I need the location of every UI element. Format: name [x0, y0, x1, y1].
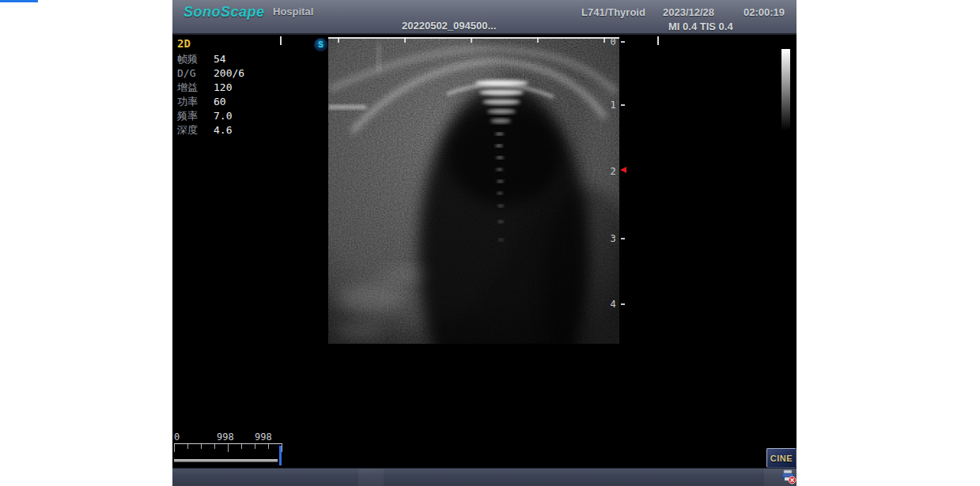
mode-label: 2D	[177, 37, 244, 50]
cine-scrollbar-thumb[interactable]	[174, 459, 278, 462]
depth-tick	[621, 303, 625, 305]
parameter-panel: 2D 帧频 54 D/G 200/6 增益 120 功率 60 频率 7.0	[177, 37, 244, 138]
param-label-gain: 增益	[177, 81, 214, 95]
screen: SonoScape Hospital L741/Thyroid 2023/12/…	[0, 0, 980, 486]
param-label-framerate: 帧频	[177, 52, 214, 66]
param-label-depth: 深度	[177, 123, 214, 138]
mi-tis-values: MI 0.4 TIS 0.4	[668, 21, 733, 32]
top-left-blue-strip	[0, 0, 38, 2]
ultrasound-image-render	[328, 37, 619, 344]
depth-tick	[621, 104, 625, 106]
param-value-gain: 120	[214, 81, 232, 95]
hospital-name: Hospital	[273, 6, 313, 17]
exam-id: 20220502_094500...	[402, 20, 496, 32]
ultrasound-image[interactable]	[328, 37, 619, 344]
param-value-frequency: 7.0	[214, 109, 232, 123]
grayscale-bar	[781, 49, 790, 130]
cine-button[interactable]: CINE	[766, 448, 796, 468]
param-row: 功率 60	[177, 95, 244, 109]
top-status-bar: SonoScape Hospital L741/Thyroid 2023/12/…	[172, 0, 796, 35]
param-label-power: 功率	[177, 95, 214, 109]
param-row: D/G 200/6	[177, 66, 244, 81]
cine-end-label: 998	[255, 431, 272, 443]
depth-label-1: 1	[607, 100, 619, 111]
param-label-dg: D/G	[177, 66, 214, 81]
param-row: 深度 4.6	[177, 123, 244, 138]
system-date: 2023/12/28	[663, 6, 714, 18]
taskbar	[172, 468, 796, 486]
scale-tick-left	[280, 36, 282, 45]
param-row: 帧频 54	[177, 52, 244, 66]
sonoscape-s-icon: S	[314, 38, 327, 51]
depth-label-2: 2	[607, 166, 619, 177]
param-row: 增益 120	[177, 81, 244, 95]
depth-label-3: 3	[607, 233, 619, 244]
param-label-frequency: 频率	[177, 109, 214, 123]
probe-preset: L741/Thyroid	[581, 6, 645, 18]
param-value-dg: 200/6	[214, 66, 244, 81]
cine-ruler	[174, 443, 282, 465]
cine-start-label: 0	[174, 431, 180, 443]
depth-tick	[621, 41, 625, 43]
cine-position-marker[interactable]	[279, 446, 282, 465]
printer-error-icon[interactable]	[781, 469, 796, 484]
focus-marker-icon[interactable]	[620, 167, 626, 173]
param-value-power: 60	[214, 95, 226, 109]
param-value-depth: 4.6	[214, 123, 232, 138]
cine-mid-label: 998	[217, 431, 234, 443]
param-value-framerate: 54	[214, 52, 226, 66]
depth-tick	[621, 238, 625, 239]
depth-label-4: 4	[607, 299, 619, 310]
ultrasound-ui-window: SonoScape Hospital L741/Thyroid 2023/12/…	[172, 0, 796, 486]
param-row: 频率 7.0	[177, 109, 244, 123]
system-time: 02:00:19	[744, 6, 785, 18]
scale-tick-right	[657, 36, 659, 45]
depth-label-0: 0	[607, 36, 619, 47]
sonoscape-logo: SonoScape	[184, 4, 265, 21]
